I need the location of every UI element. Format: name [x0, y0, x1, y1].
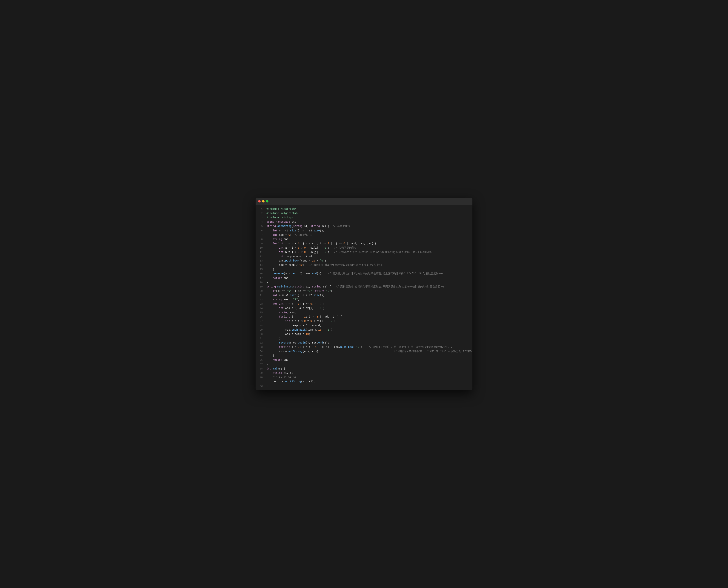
- close-button[interactable]: [258, 200, 261, 203]
- code-line-39: 39 string s1, s2;: [256, 371, 472, 375]
- code-line-9: 9 for(int i = n - 1, j = m - 1; i >= 0 |…: [256, 241, 472, 246]
- code-line-20: 20 if(s1 == "0" || s2 == "0") return "0"…: [256, 289, 472, 293]
- code-line-27: 27 int b = i < 0 ? 0 : s1[i] - '0';: [256, 319, 472, 323]
- code-line-2: 2 #include <algorithm>: [256, 211, 472, 215]
- code-line-34: 34 ans = addString(ans, res); // 根据每位的结果…: [256, 349, 472, 354]
- code-line-10: 10 int a = i < 0 ? 0 : s1[i] - '0'; // 位…: [256, 246, 472, 250]
- code-line-4: 4 using namespace std;: [256, 220, 472, 224]
- maximize-button[interactable]: [266, 200, 268, 203]
- code-line-14: 14 add = temp / 10; // add进位,比如说temp=10,…: [256, 263, 472, 267]
- code-line-28: 28 int temp = a * b + add;: [256, 323, 472, 328]
- code-line-12: 12 int temp = a + b + add;: [256, 254, 472, 259]
- code-line-26: 26 for(int i = n - 1; i >= 0 || add; i--…: [256, 315, 472, 319]
- code-line-7: 7 int add = 0; // add为进位: [256, 233, 472, 237]
- code-editor[interactable]: 1 #include <iostream> 2 #include <algori…: [256, 205, 472, 391]
- code-line-24: 24 int add = 0, a = s2[j] - '0';: [256, 306, 472, 311]
- titlebar: [256, 197, 472, 205]
- code-line-41: 41 cout << multiSting(s1, s2);: [256, 380, 472, 384]
- code-line-3: 3 #include <string>: [256, 215, 472, 220]
- code-line-29: 29 res.push_back(temp % 10 + '0');: [256, 328, 472, 332]
- code-line-22: 22 string ans = "0";: [256, 297, 472, 302]
- code-line-13: 13 ans.push_back(temp % 10 + '0');: [256, 259, 472, 263]
- code-line-15: 15 }: [256, 267, 472, 272]
- code-line-35: 35 }: [256, 354, 472, 358]
- code-line-25: 25 string res;: [256, 311, 472, 315]
- code-line-8: 8 string ans;: [256, 237, 472, 241]
- code-line-11: 11 int b = j < 0 ? 0 : s2[j] - '0'; // 比…: [256, 250, 472, 254]
- code-line-33: 33 for(int i = 0; i < m - 1 - j; i++) re…: [256, 345, 472, 349]
- code-line-30: 30 add = temp / 10;: [256, 332, 472, 336]
- code-line-6: 6 int n = s1.size(), m = s2.size();: [256, 229, 472, 233]
- code-line-16: 16 reverse(ans.begin(), ans.end()); // 因…: [256, 272, 472, 276]
- code-line-1: 1 #include <iostream>: [256, 207, 472, 211]
- code-line-19: 19 string multiSting(string s1, string s…: [256, 285, 472, 289]
- code-line-31: 31 }: [256, 336, 472, 341]
- code-window: 1 #include <iostream> 2 #include <algori…: [256, 197, 472, 391]
- code-line-37: 37 }: [256, 362, 472, 366]
- minimize-button[interactable]: [262, 200, 265, 203]
- code-line-38: 38 int main() {: [256, 367, 472, 371]
- code-line-32: 32 reverse(res.begin(), res.end());: [256, 341, 472, 345]
- code-line-5: 5 string addString(string s1, string s2)…: [256, 224, 472, 228]
- code-line-36: 36 return ans;: [256, 358, 472, 362]
- code-line-23: 23 for(int j = m - 1; j >= 0; j--) {: [256, 302, 472, 306]
- code-line-42: 42 }: [256, 384, 472, 388]
- code-line-21: 21 int n = s1.size(), m = s2.size();: [256, 293, 472, 297]
- code-line-17: 17 return ans;: [256, 276, 472, 280]
- code-line-40: 40 cin >> s1 >> s2;: [256, 375, 472, 380]
- code-line-18: 18 }: [256, 280, 472, 285]
